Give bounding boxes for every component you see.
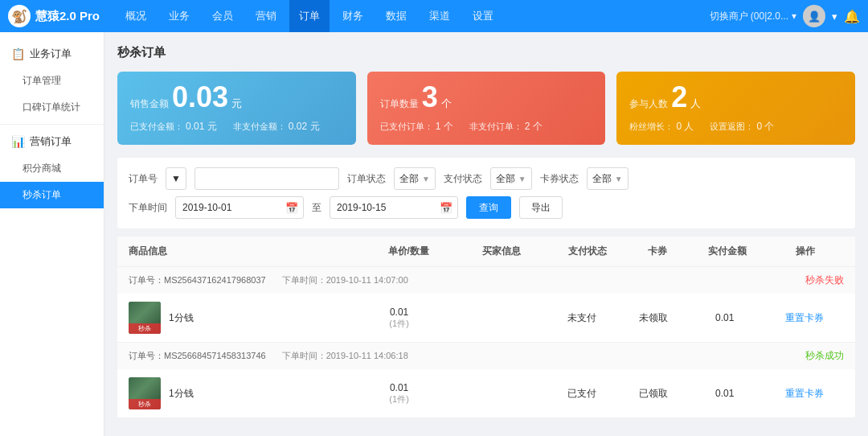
stat-card-sales-label: 销售金额	[130, 97, 169, 111]
card-status-2: 已领取	[621, 387, 685, 401]
stat-card-orders-unit: 个	[441, 97, 452, 111]
order-number-1: 订单号：MS256437162417968037	[129, 274, 266, 286]
order-group-2: 订单号：MS256684571458313746 下单时间：2019-10-11…	[117, 343, 855, 418]
top-nav: 🐒 慧猿2.0 Pro 概况 业务 会员 营销 订单 财务 数据 渠道 设置 切…	[0, 0, 868, 32]
stat-card-paid-orders: 已支付订单： 1 个	[380, 120, 453, 134]
orders-table: 商品信息 单价/数量 买家信息 支付状态 卡券 实付金额 操作 订单号：MS25…	[117, 237, 855, 418]
date-to-input[interactable]	[330, 197, 435, 218]
switch-merchant[interactable]: 切换商户 (00|2.0... ▾	[710, 10, 796, 23]
nav-item-order[interactable]: 订单	[289, 0, 330, 32]
order-amount-2: 0.01	[685, 388, 764, 399]
stat-card-orders: 订单数量 3 个 已支付订单： 1 个 非支付订单： 2 个	[367, 72, 606, 145]
order-product-row-2: 秒杀 1分钱 0.01 (1件) 已支付 已领取 0.01 重置卡券	[117, 369, 855, 417]
order-num-input[interactable]	[194, 167, 339, 190]
sidebar-divider-1	[0, 124, 104, 125]
stat-card-participants: 参与人数 2 人 粉丝增长： 0 人 设置返图： 0 个	[616, 72, 855, 145]
order-num-dropdown[interactable]: ▼	[166, 167, 186, 190]
sidebar: 📋 业务订单 订单管理 口碑订单统计 📊 营销订单 积分商城 秒杀订单	[0, 32, 104, 436]
stat-card-unpaid-orders: 非支付订单： 2 个	[469, 120, 542, 134]
order-action-1: 重置卡券	[764, 311, 844, 325]
sidebar-section-marketing: 📊 营销订单	[0, 128, 104, 155]
app-logo: 🐒 慧猿2.0 Pro	[8, 5, 100, 27]
stat-card-participants-bottom: 粉丝增长： 0 人 设置返图： 0 个	[629, 120, 842, 134]
calendar-from-icon[interactable]: 📅	[280, 202, 303, 214]
col-header-amount: 实付金额	[689, 245, 767, 258]
order-status-2[interactable]: 秒杀成功	[805, 349, 844, 363]
col-header-pay: 支付状态	[548, 245, 626, 258]
page-title: 秒杀订单	[117, 45, 855, 60]
product-badge-1: 秒杀	[129, 323, 161, 334]
order-status-select[interactable]: 全部 ▼	[394, 167, 436, 190]
stat-card-sales-value: 0.03	[172, 83, 228, 112]
product-price-1: 0.01 (1件)	[351, 306, 447, 330]
order-status-1[interactable]: 秒杀失败	[805, 274, 844, 287]
stat-card-participants-value: 2	[671, 83, 687, 112]
export-button[interactable]: 导出	[519, 196, 563, 219]
date-separator: 至	[312, 201, 321, 215]
orders-section-title: 业务订单	[30, 47, 72, 61]
reset-card-btn-1[interactable]: 重置卡券	[785, 312, 824, 323]
date-from-input[interactable]	[176, 197, 280, 218]
top-nav-menu: 概况 业务 会员 营销 订单 财务 数据 渠道 设置	[116, 0, 709, 32]
order-action-2: 重置卡券	[764, 387, 844, 401]
sidebar-item-flash-sale[interactable]: 秒杀订单	[0, 182, 104, 208]
stat-card-sales-bottom: 已支付金额： 0.01 元 非支付金额： 0.02 元	[130, 120, 343, 134]
stat-card-orders-value: 3	[422, 83, 438, 112]
card-status-select[interactable]: 全部 ▼	[587, 167, 628, 190]
stat-card-participants-top: 参与人数 2 人	[629, 83, 842, 112]
product-qty-2: (1件)	[351, 393, 447, 405]
reset-card-btn-2[interactable]: 重置卡券	[785, 388, 824, 399]
order-product-row-1: 秒杀 1分钱 0.01 (1件) 未支付 未领取 0.01 重置卡券	[117, 294, 855, 342]
nav-item-data[interactable]: 数据	[376, 0, 416, 32]
pay-status-1: 未支付	[542, 311, 621, 325]
product-name-2: 1分钱	[169, 387, 351, 401]
marketing-section-title: 营销订单	[30, 134, 72, 149]
table-header: 商品信息 单价/数量 买家信息 支付状态 卡券 实付金额 操作	[117, 237, 855, 267]
nav-item-overview[interactable]: 概况	[116, 0, 156, 32]
stat-card-sales-top: 销售金额 0.03 元	[130, 83, 343, 112]
filter-row-1: 订单号 ▼ 订单状态 全部 ▼ 支付状态 全部 ▼ 卡券状态 全部	[129, 167, 844, 190]
nav-item-settings[interactable]: 设置	[463, 0, 503, 32]
stat-card-set-return: 设置返图： 0 个	[710, 120, 774, 134]
order-number-2: 订单号：MS256684571458313746	[129, 350, 266, 362]
order-status-arrow: ▼	[422, 175, 430, 183]
sidebar-item-order-manage[interactable]: 订单管理	[0, 68, 104, 94]
order-status-label: 订单状态	[347, 172, 386, 186]
pay-status-select[interactable]: 全部 ▼	[490, 167, 532, 190]
sidebar-item-points-mall[interactable]: 积分商城	[0, 155, 104, 182]
stat-card-fans-growth: 粉丝增长： 0 人	[629, 120, 694, 134]
stat-card-sales-unit: 元	[231, 97, 242, 111]
order-group-1: 订单号：MS256437162417968037 下单时间：2019-10-11…	[117, 267, 855, 343]
stat-card-participants-unit: 人	[690, 97, 701, 111]
order-info-row-2: 订单号：MS256684571458313746 下单时间：2019-10-11…	[117, 343, 855, 369]
account-dropdown-arrow[interactable]: ▾	[832, 10, 837, 23]
main-layout: 📋 业务订单 订单管理 口碑订单统计 📊 营销订单 积分商城 秒杀订单 秒杀订单…	[0, 32, 868, 436]
nav-item-finance[interactable]: 财务	[333, 0, 373, 32]
nav-item-channel[interactable]: 渠道	[420, 0, 460, 32]
nav-item-business[interactable]: 业务	[159, 0, 199, 32]
calendar-to-icon[interactable]: 📅	[435, 202, 457, 214]
order-time-2: 下单时间：2019-10-11 14:06:18	[282, 350, 408, 362]
user-avatar[interactable]: 👤	[803, 5, 825, 27]
app-name: 慧猿2.0 Pro	[35, 9, 100, 24]
product-name-1: 1分钱	[169, 311, 351, 325]
col-header-card: 卡券	[626, 245, 688, 258]
avatar-icon: 👤	[808, 10, 821, 23]
card-status-value: 全部	[592, 172, 612, 186]
query-button[interactable]: 查询	[466, 196, 511, 219]
top-nav-right: 切换商户 (00|2.0... ▾ 👤 ▾ 🔔	[710, 5, 860, 27]
col-header-goods: 商品信息	[129, 245, 362, 258]
stat-cards: 销售金额 0.03 元 已支付金额： 0.01 元 非支付金额： 0.02 元	[117, 72, 855, 145]
order-status-value: 全部	[399, 172, 419, 186]
stat-card-unpaid-amount: 非支付金额： 0.02 元	[233, 120, 320, 134]
date-from-wrap: 📅	[175, 196, 304, 219]
pay-status-2: 已支付	[542, 387, 621, 401]
order-amount-1: 0.01	[685, 312, 764, 323]
pay-status-label: 支付状态	[444, 172, 482, 186]
nav-item-member[interactable]: 会员	[203, 0, 243, 32]
orders-section-icon: 📋	[11, 47, 25, 60]
nav-item-marketing[interactable]: 营销	[246, 0, 286, 32]
notification-bell[interactable]: 🔔	[844, 9, 860, 24]
sidebar-item-order-stats[interactable]: 口碑订单统计	[0, 94, 104, 121]
stat-card-orders-bottom: 已支付订单： 1 个 非支付订单： 2 个	[380, 120, 593, 134]
